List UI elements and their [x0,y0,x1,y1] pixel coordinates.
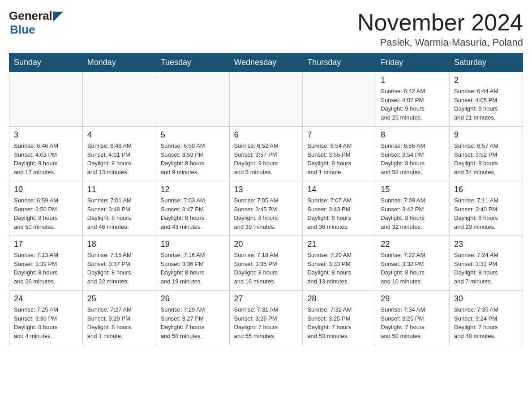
day-number: 18 [87,240,151,249]
location-title: Paslek, Warmia-Masuria, Poland [357,37,523,48]
calendar-cell [9,72,83,127]
day-info: Sunrise: 7:13 AM Sunset: 3:39 PM Dayligh… [14,251,78,286]
day-number: 19 [161,240,225,249]
day-number: 6 [234,130,298,140]
day-info: Sunrise: 7:31 AM Sunset: 3:26 PM Dayligh… [234,305,298,340]
calendar-cell: 22Sunrise: 7:22 AM Sunset: 3:32 PM Dayli… [376,236,450,291]
day-info: Sunrise: 6:46 AM Sunset: 4:03 PM Dayligh… [14,141,78,176]
logo-arrow-icon [53,12,63,21]
day-info: Sunrise: 7:29 AM Sunset: 3:27 PM Dayligh… [161,305,225,340]
calendar-cell: 5Sunrise: 6:50 AM Sunset: 3:59 PM Daylig… [156,127,229,181]
calendar-cell: 12Sunrise: 7:03 AM Sunset: 3:47 PM Dayli… [156,181,229,236]
calendar-cell: 19Sunrise: 7:16 AM Sunset: 3:36 PM Dayli… [156,236,229,291]
day-number: 25 [87,294,151,304]
calendar-cell [82,72,156,127]
day-info: Sunrise: 7:27 AM Sunset: 3:29 PM Dayligh… [87,305,151,340]
calendar-cell [229,72,303,127]
calendar-cell: 3Sunrise: 6:46 AM Sunset: 4:03 PM Daylig… [9,127,83,181]
calendar-cell: 26Sunrise: 7:29 AM Sunset: 3:27 PM Dayli… [156,291,229,345]
day-info: Sunrise: 7:32 AM Sunset: 3:25 PM Dayligh… [307,305,371,340]
day-number: 3 [14,130,78,140]
calendar-cell: 13Sunrise: 7:05 AM Sunset: 3:45 PM Dayli… [229,181,303,236]
day-number: 13 [234,185,298,194]
day-number: 11 [87,185,151,194]
calendar-cell: 1Sunrise: 6:42 AM Sunset: 4:07 PM Daylig… [376,72,450,127]
calendar-cell [156,72,229,127]
day-info: Sunrise: 7:25 AM Sunset: 3:30 PM Dayligh… [14,305,78,340]
title-section: November 2024 Paslek, Warmia-Masuria, Po… [357,9,523,48]
calendar-cell: 29Sunrise: 7:34 AM Sunset: 3:25 PM Dayli… [376,291,450,345]
day-number: 22 [381,240,445,249]
calendar-week-row: 10Sunrise: 6:59 AM Sunset: 3:50 PM Dayli… [9,181,523,236]
day-info: Sunrise: 7:11 AM Sunset: 3:40 PM Dayligh… [454,196,518,231]
calendar-table: SundayMondayTuesdayWednesdayThursdayFrid… [9,53,523,345]
day-info: Sunrise: 6:42 AM Sunset: 4:07 PM Dayligh… [381,87,445,122]
calendar-cell: 14Sunrise: 7:07 AM Sunset: 3:43 PM Dayli… [303,181,376,236]
calendar-week-row: 24Sunrise: 7:25 AM Sunset: 3:30 PM Dayli… [9,291,523,345]
day-number: 26 [161,294,225,304]
weekday-header-monday: Monday [82,53,156,72]
day-info: Sunrise: 7:09 AM Sunset: 3:42 PM Dayligh… [381,196,445,231]
day-info: Sunrise: 7:20 AM Sunset: 3:33 PM Dayligh… [307,251,371,286]
calendar-cell: 28Sunrise: 7:32 AM Sunset: 3:25 PM Dayli… [303,291,376,345]
day-info: Sunrise: 7:05 AM Sunset: 3:45 PM Dayligh… [234,196,298,231]
day-number: 28 [307,294,371,304]
calendar-week-row: 3Sunrise: 6:46 AM Sunset: 4:03 PM Daylig… [9,127,523,181]
day-number: 7 [307,130,371,140]
weekday-header-tuesday: Tuesday [156,53,229,72]
day-info: Sunrise: 6:48 AM Sunset: 4:01 PM Dayligh… [87,141,151,176]
calendar-week-row: 17Sunrise: 7:13 AM Sunset: 3:39 PM Dayli… [9,236,523,291]
weekday-header-friday: Friday [376,53,450,72]
page-header: General Blue November 2024 Paslek, Warmi… [9,9,523,48]
weekday-header-sunday: Sunday [9,53,83,72]
logo: General Blue [9,9,63,37]
calendar-cell: 7Sunrise: 6:54 AM Sunset: 3:55 PM Daylig… [303,127,376,181]
calendar-cell: 6Sunrise: 6:52 AM Sunset: 3:57 PM Daylig… [229,127,303,181]
day-number: 8 [381,130,445,140]
svg-marker-0 [53,12,63,21]
calendar-cell: 27Sunrise: 7:31 AM Sunset: 3:26 PM Dayli… [229,291,303,345]
logo-general-text: General [9,9,52,23]
day-number: 1 [381,76,445,85]
weekday-header-saturday: Saturday [450,53,523,72]
day-info: Sunrise: 6:57 AM Sunset: 3:52 PM Dayligh… [454,141,518,176]
day-info: Sunrise: 6:52 AM Sunset: 3:57 PM Dayligh… [234,141,298,176]
day-info: Sunrise: 6:54 AM Sunset: 3:55 PM Dayligh… [307,141,371,176]
day-info: Sunrise: 7:15 AM Sunset: 3:37 PM Dayligh… [87,251,151,286]
day-info: Sunrise: 6:59 AM Sunset: 3:50 PM Dayligh… [14,196,78,231]
calendar-cell: 10Sunrise: 6:59 AM Sunset: 3:50 PM Dayli… [9,181,83,236]
day-number: 9 [454,130,518,140]
day-number: 30 [454,294,518,304]
day-info: Sunrise: 7:07 AM Sunset: 3:43 PM Dayligh… [307,196,371,231]
day-number: 16 [454,185,518,194]
weekday-header-thursday: Thursday [303,53,376,72]
day-number: 24 [14,294,78,304]
calendar-cell: 20Sunrise: 7:18 AM Sunset: 3:35 PM Dayli… [229,236,303,291]
calendar-cell: 24Sunrise: 7:25 AM Sunset: 3:30 PM Dayli… [9,291,83,345]
day-number: 29 [381,294,445,304]
calendar-cell [303,72,376,127]
calendar-cell: 18Sunrise: 7:15 AM Sunset: 3:37 PM Dayli… [82,236,156,291]
day-number: 4 [87,130,151,140]
day-number: 23 [454,240,518,249]
calendar-header-row: SundayMondayTuesdayWednesdayThursdayFrid… [9,53,523,72]
calendar-cell: 21Sunrise: 7:20 AM Sunset: 3:33 PM Dayli… [303,236,376,291]
day-info: Sunrise: 6:50 AM Sunset: 3:59 PM Dayligh… [161,141,225,176]
day-info: Sunrise: 7:22 AM Sunset: 3:32 PM Dayligh… [381,251,445,286]
calendar-cell: 15Sunrise: 7:09 AM Sunset: 3:42 PM Dayli… [376,181,450,236]
day-number: 10 [14,185,78,194]
day-number: 17 [14,240,78,249]
calendar-cell: 17Sunrise: 7:13 AM Sunset: 3:39 PM Dayli… [9,236,83,291]
day-number: 14 [307,185,371,194]
day-number: 20 [234,240,298,249]
day-number: 15 [381,185,445,194]
day-info: Sunrise: 7:18 AM Sunset: 3:35 PM Dayligh… [234,251,298,286]
day-info: Sunrise: 6:44 AM Sunset: 4:05 PM Dayligh… [454,87,518,122]
weekday-header-wednesday: Wednesday [229,53,303,72]
calendar-week-row: 1Sunrise: 6:42 AM Sunset: 4:07 PM Daylig… [9,72,523,127]
calendar-cell: 30Sunrise: 7:35 AM Sunset: 3:24 PM Dayli… [450,291,523,345]
day-number: 27 [234,294,298,304]
calendar-cell: 8Sunrise: 6:56 AM Sunset: 3:54 PM Daylig… [376,127,450,181]
logo-blue-text: Blue [10,23,35,37]
calendar-cell: 11Sunrise: 7:01 AM Sunset: 3:48 PM Dayli… [82,181,156,236]
